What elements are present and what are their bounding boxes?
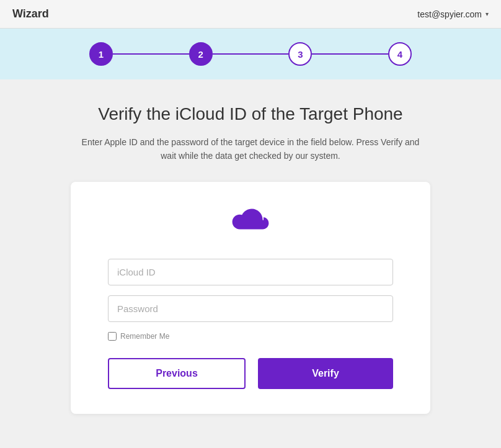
- button-row: Previous Verify: [108, 358, 393, 389]
- remember-me-row: Remember Me: [108, 332, 169, 341]
- step-3: 3: [288, 42, 312, 66]
- step-line-2-3: [213, 53, 289, 55]
- page-title: Verify the iCloud ID of the Target Phone: [98, 104, 402, 124]
- main-content: Verify the iCloud ID of the Target Phone…: [0, 79, 501, 432]
- remember-me-checkbox[interactable]: [108, 332, 117, 341]
- step-4: 4: [388, 42, 412, 66]
- stepper-bar: 1 2 3 4: [0, 29, 501, 79]
- step-line-3-4: [312, 53, 388, 55]
- previous-button[interactable]: Previous: [108, 358, 246, 389]
- form-card: Remember Me Previous Verify: [71, 182, 430, 414]
- header-title: Wizard: [12, 7, 49, 20]
- step-line-1-2: [113, 53, 189, 55]
- header: Wizard test@spyier.com ▾: [0, 0, 501, 29]
- icloud-id-input[interactable]: [108, 259, 393, 285]
- page-description: Enter Apple ID and the password of the t…: [77, 135, 424, 163]
- stepper: 1 2 3 4: [89, 42, 412, 66]
- remember-me-label[interactable]: Remember Me: [120, 332, 169, 341]
- user-menu[interactable]: test@spyier.com ▾: [417, 9, 489, 19]
- step-2: 2: [189, 42, 213, 66]
- password-input[interactable]: [108, 295, 393, 322]
- chevron-down-icon: ▾: [485, 11, 489, 17]
- cloud-icon: [229, 207, 272, 241]
- step-1: 1: [89, 42, 113, 66]
- verify-button[interactable]: Verify: [258, 358, 393, 389]
- user-email: test@spyier.com: [417, 9, 482, 19]
